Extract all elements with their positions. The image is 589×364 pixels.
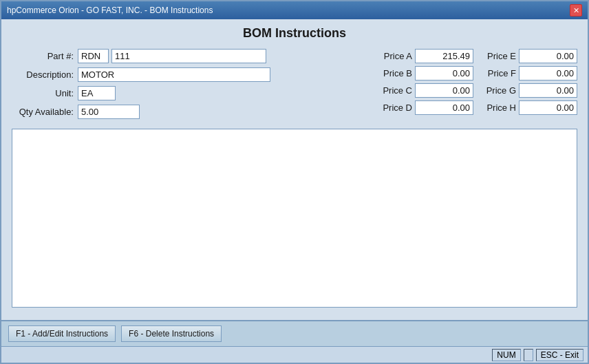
price-row-right-1: Price F [480, 66, 577, 81]
price-input-price-a[interactable] [415, 49, 473, 63]
description-input[interactable] [78, 67, 270, 82]
page-title: BOM Instructions [12, 26, 577, 41]
instructions-area [12, 129, 577, 308]
price-row-right-0: Price E [480, 49, 577, 63]
price-row-right-3: Price H [480, 100, 577, 115]
close-button[interactable]: ✕ [570, 4, 582, 17]
empty-status [524, 349, 533, 361]
part-prefix-input[interactable] [78, 49, 109, 63]
price-input-price-c[interactable] [415, 83, 473, 98]
part-number-input[interactable] [111, 49, 266, 63]
price-label-price-d: Price D [376, 103, 412, 113]
part-label: Part #: [12, 51, 74, 61]
price-row-right-2: Price G [480, 83, 577, 98]
part-inputs [78, 49, 266, 63]
prices-left: Price A Price B Price C Price D [376, 49, 473, 123]
qty-input[interactable] [78, 105, 140, 119]
price-input-price-b[interactable] [415, 66, 473, 81]
delete-button[interactable]: F6 - Delete Instructions [121, 325, 222, 342]
add-edit-button[interactable]: F1 - Add/Edit Instructions [8, 325, 116, 342]
unit-label: Unit: [12, 88, 74, 98]
qty-row: Qty Available: [12, 105, 370, 119]
left-form: Part #: Description: Unit: [12, 49, 370, 123]
num-status: NUM [492, 349, 520, 361]
instructions-textarea[interactable] [12, 129, 577, 308]
price-row-left-1: Price B [376, 66, 473, 81]
part-row: Part #: [12, 49, 370, 63]
content-area: BOM Instructions Part #: Description: [1, 19, 588, 320]
price-label-price-f: Price F [480, 68, 516, 78]
esc-status: ESC - Exit [536, 349, 583, 361]
price-label-price-e: Price E [480, 51, 516, 61]
button-bar: F1 - Add/Edit InstructionsF6 - Delete In… [1, 320, 588, 346]
price-label-price-h: Price H [480, 103, 516, 113]
main-window: hpCommerce Orion - GO FAST, INC. - BOM I… [0, 0, 589, 364]
price-row-left-2: Price C [376, 83, 473, 98]
price-row-left-0: Price A [376, 49, 473, 63]
description-row: Description: [12, 67, 370, 82]
price-label-price-c: Price C [376, 85, 412, 96]
title-bar: hpCommerce Orion - GO FAST, INC. - BOM I… [1, 1, 588, 19]
unit-input[interactable] [78, 86, 116, 100]
price-input-price-g[interactable] [519, 83, 577, 98]
price-input-price-h[interactable] [519, 100, 577, 115]
description-label: Description: [12, 69, 74, 80]
price-label-price-a: Price A [376, 51, 412, 61]
price-row-left-3: Price D [376, 100, 473, 115]
status-right: NUM ESC - Exit [492, 349, 585, 361]
form-section: Part #: Description: Unit: [12, 49, 577, 123]
price-input-price-e[interactable] [519, 49, 577, 63]
price-input-price-f[interactable] [519, 66, 577, 81]
qty-label: Qty Available: [12, 107, 74, 117]
window-title: hpCommerce Orion - GO FAST, INC. - BOM I… [7, 6, 213, 15]
unit-row: Unit: [12, 86, 370, 100]
price-label-price-b: Price B [376, 68, 412, 78]
price-label-price-g: Price G [480, 85, 516, 96]
prices-right: Price E Price F Price G Price H [480, 49, 577, 123]
price-input-price-d[interactable] [415, 100, 473, 115]
status-bar: NUM ESC - Exit [1, 346, 588, 363]
